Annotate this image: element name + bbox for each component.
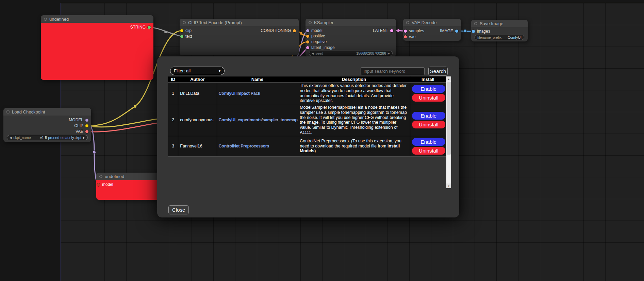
slot-dot-clip[interactable] (180, 29, 183, 32)
scrollbar-up-icon[interactable]: ▲ (446, 76, 451, 81)
collapse-dot-icon[interactable] (309, 21, 312, 24)
uninstall-button[interactable]: Uninstall (412, 121, 445, 128)
node-title-bar[interactable]: undefined (41, 15, 153, 23)
enable-button[interactable]: Enable (412, 138, 445, 146)
slot-dot-images[interactable] (472, 30, 475, 33)
filter-select[interactable]: Filter: all (170, 67, 225, 75)
node-clip-text-encode[interactable]: CLIP Text Encode (Prompt) clip text COND… (180, 19, 299, 55)
node-title: undefined (105, 174, 124, 179)
extension-author: comfyanonymous (178, 104, 217, 136)
extensions-table-container: ID Author Name Description Install 1Dr.L… (168, 76, 451, 189)
close-button[interactable]: Close (168, 205, 189, 214)
input-slot-text: text (180, 34, 192, 39)
slot-label: CLIP (74, 123, 83, 128)
slot-dot-samples[interactable] (404, 30, 407, 33)
extension-row: 3Fannovel16ControlNet PreprocessorsContr… (168, 136, 446, 156)
decrement-arrow-icon[interactable]: ◀ (312, 52, 314, 55)
slot-dot-vae[interactable] (85, 130, 88, 133)
slot-dot-negative[interactable] (306, 40, 309, 43)
collapse-dot-icon[interactable] (99, 175, 102, 178)
node-title-bar[interactable]: CLIP Text Encode (Prompt) (180, 19, 299, 26)
extension-install-cell: EnableUninstall (410, 83, 446, 104)
node-title-bar[interactable]: VAE Decode (403, 19, 461, 26)
slot-dot-latent-image[interactable] (306, 46, 309, 49)
slot-dot-model[interactable] (97, 183, 100, 186)
header-description: Description (298, 76, 410, 83)
slot-dot-clip[interactable] (85, 124, 88, 127)
extension-description: This extension offers various detector n… (298, 83, 410, 104)
slot-label: vae (409, 34, 415, 39)
slot-label: negative (311, 39, 327, 44)
increment-arrow-icon[interactable]: ▶ (388, 52, 390, 55)
collapse-dot-icon[interactable] (183, 21, 186, 24)
node-title-bar[interactable]: KSampler (306, 19, 396, 26)
seed-widget[interactable]: ◀ seed 156680208700286 ▶ (309, 51, 393, 56)
widget-value: ComfyUI (508, 35, 522, 39)
input-slot-samples: samples (404, 28, 424, 34)
table-scrollbar[interactable]: ▲ ▼ (446, 76, 451, 188)
node-save-image[interactable]: Save Image images filename_prefix ComfyU… (471, 20, 528, 41)
input-slot-vae: vae (404, 34, 415, 39)
extension-link[interactable]: ComfyUI_experiments/sampler_tonemap (219, 118, 298, 122)
node-title-bar[interactable]: Load Checkpoint (3, 108, 91, 116)
filter-select-wrap: Filter: all ▼ (170, 67, 225, 75)
slot-dot-string[interactable] (148, 26, 151, 29)
description-segment: ControlNet Preprocessors. (To use this e… (300, 139, 401, 148)
node-ksampler[interactable]: KSampler model positive negative latent_… (306, 19, 396, 57)
filename-prefix-widget[interactable]: filename_prefix ComfyUI (475, 35, 524, 40)
increment-arrow-icon[interactable]: ▶ (83, 136, 85, 139)
output-slot-vae: VAE (76, 129, 88, 134)
node-title-bar[interactable]: Save Image (471, 20, 528, 27)
enable-button[interactable]: Enable (412, 112, 445, 120)
slot-label: positive (311, 34, 325, 38)
description-segment: This extension offers various detector n… (300, 83, 407, 103)
extension-row: 1Dr.Lt.DataComfyUI Impact PackThis exten… (168, 83, 446, 104)
node-undefined-bottom[interactable]: undefined model (96, 173, 164, 200)
slot-dot-conditioning[interactable] (293, 29, 296, 32)
extension-install-cell: EnableUninstall (410, 104, 446, 136)
extension-link[interactable]: ControlNet Preprocessors (219, 144, 269, 148)
custom-nodes-manager-dialog: Filter: all ▼ Search ID Author Name Desc… (157, 56, 459, 217)
node-title: Save Image (480, 21, 503, 26)
search-button[interactable]: Search (428, 67, 448, 76)
input-slot-latent-image: latent_image (306, 45, 335, 50)
slot-label: IMAGE (440, 29, 453, 33)
node-title: Load Checkpoint (12, 109, 45, 115)
header-id: ID (168, 76, 178, 83)
collapse-dot-icon[interactable] (406, 21, 409, 24)
node-vae-decode[interactable]: VAE Decode samples vae IMAGE (403, 19, 461, 41)
node-load-checkpoint[interactable]: Load Checkpoint MODEL CLIP VAE ◀ ckpt_na… (3, 108, 91, 142)
extension-link[interactable]: ComfyUI Impact Pack (219, 91, 260, 96)
input-slot-model: model (97, 182, 113, 187)
node-undefined-top[interactable]: undefined STRING (41, 15, 153, 80)
search-input[interactable] (361, 67, 425, 75)
input-slot-positive: positive (306, 33, 325, 39)
decrement-arrow-icon[interactable]: ◀ (10, 136, 12, 139)
collapse-dot-icon[interactable] (6, 110, 10, 113)
slot-label: samples (409, 29, 424, 33)
slot-dot-model[interactable] (306, 29, 309, 32)
slot-dot-text[interactable] (180, 35, 183, 38)
widget-label: ckpt_name (13, 136, 31, 140)
collapse-dot-icon[interactable] (44, 18, 47, 21)
extension-name-cell: ControlNet Preprocessors (217, 136, 298, 156)
output-slot-model: MODEL (69, 117, 88, 123)
slot-dot-latent[interactable] (390, 29, 393, 32)
uninstall-button[interactable]: Uninstall (412, 147, 445, 155)
scrollbar-thumb[interactable] (447, 82, 451, 155)
output-slot-conditioning: CONDITIONING (261, 28, 296, 33)
slot-dot-vae[interactable] (404, 35, 407, 38)
description-segment: ) (314, 148, 316, 153)
node-title: VAE Decode (412, 20, 436, 25)
slot-dot-image[interactable] (455, 30, 458, 33)
collapse-dot-icon[interactable] (474, 22, 477, 25)
node-title-bar[interactable]: undefined (96, 173, 164, 180)
header-name: Name (217, 76, 298, 83)
uninstall-button[interactable]: Uninstall (412, 94, 445, 102)
enable-button[interactable]: Enable (412, 85, 445, 93)
scrollbar-down-icon[interactable]: ▼ (446, 183, 451, 188)
slot-dot-positive[interactable] (306, 35, 309, 38)
ckpt-name-widget[interactable]: ◀ ckpt_name v1-5-pruned-emaonly.ckpt ▶ (7, 135, 88, 140)
output-slot-image: IMAGE (440, 28, 458, 34)
slot-dot-model[interactable] (85, 119, 88, 122)
